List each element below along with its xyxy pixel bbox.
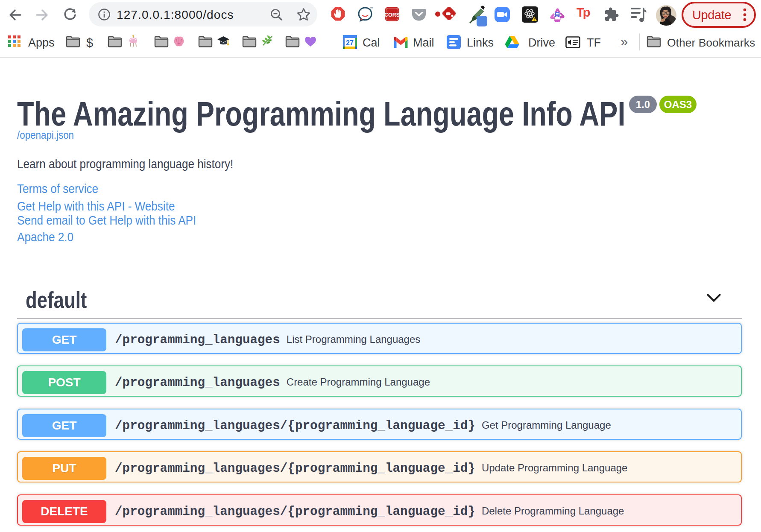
svg-text:27: 27 <box>346 39 354 47</box>
svg-text:CORS: CORS <box>385 12 399 18</box>
svg-text:™: ™ <box>370 6 373 10</box>
